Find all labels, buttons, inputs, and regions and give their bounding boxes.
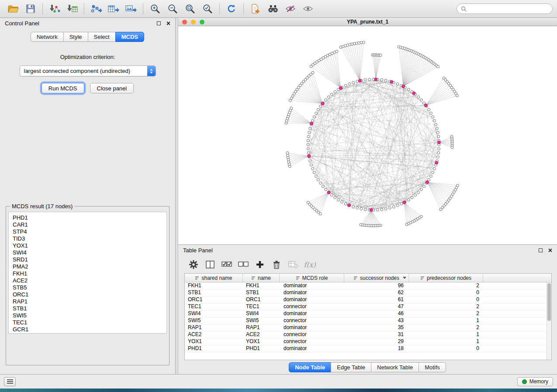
node-table-row[interactable]: SWI5SWI5connector431 xyxy=(185,317,551,324)
mcds-result-item[interactable]: CAR1 xyxy=(13,221,166,228)
tab-network-table[interactable]: Network Table xyxy=(371,362,419,372)
copy-network-button[interactable] xyxy=(247,2,264,16)
add-column-button[interactable] xyxy=(252,258,268,271)
mcds-result-item[interactable]: GCR1 xyxy=(13,326,166,333)
vertical-splitter[interactable] xyxy=(175,18,178,374)
import-table-button[interactable] xyxy=(63,2,81,16)
close-table-panel-icon[interactable]: × xyxy=(548,247,552,254)
zoom-selected-button[interactable] xyxy=(199,2,216,16)
open-session-button[interactable] xyxy=(4,2,22,16)
optimization-select[interactable]: largest connected component (undirected) xyxy=(20,65,156,76)
mcds-result-item[interactable]: TID3 xyxy=(13,235,166,242)
cell-predecessor-nodes: 0 xyxy=(409,296,483,303)
tab-edge-table[interactable]: Edge Table xyxy=(331,362,371,372)
zoom-out-button[interactable] xyxy=(164,2,181,16)
memory-button[interactable]: Memory xyxy=(517,377,553,386)
network-graph[interactable] xyxy=(178,26,557,244)
apply-layout-button[interactable] xyxy=(223,2,240,16)
delete-column-button[interactable] xyxy=(268,258,285,271)
mcds-result-item[interactable]: PHD1 xyxy=(13,214,166,221)
node-table-row[interactable]: ORC1ORC1dominator610 xyxy=(185,296,551,303)
column-header-shared-name[interactable]: shared name xyxy=(185,274,243,282)
mcds-buttons-row: Run MCDS Close panel xyxy=(0,83,175,93)
search-field[interactable] xyxy=(457,3,553,14)
mcds-result-item[interactable]: STB1 xyxy=(13,305,166,312)
zoom-fit-button[interactable] xyxy=(181,2,199,16)
tab-mcds[interactable]: MCDS xyxy=(115,32,144,42)
column-header-successor-nodes[interactable]: successor nodes xyxy=(344,274,409,282)
zoom-in-button[interactable] xyxy=(146,2,164,16)
minimize-traffic-icon[interactable] xyxy=(191,20,196,24)
node-table-row[interactable]: FKH1FKH1dominator962 xyxy=(185,282,551,289)
find-button[interactable] xyxy=(264,2,282,16)
show-columns-button[interactable] xyxy=(202,258,218,271)
cell-shared-name: FKH1 xyxy=(185,282,243,289)
task-history-button[interactable] xyxy=(4,377,16,386)
deselect-all-button[interactable] xyxy=(235,258,252,271)
mcds-result-item[interactable]: SRD1 xyxy=(13,256,166,263)
control-panel: Control Panel × NetworkStyleSelectMCDS O… xyxy=(0,18,175,374)
table-scrollbar[interactable] xyxy=(547,282,551,360)
node-table-row[interactable]: TEC1TEC1connector472 xyxy=(185,303,551,310)
table-header-row: shared name name MCDS role successo xyxy=(185,274,551,282)
cell-predecessor-nodes: 1 xyxy=(409,317,483,324)
close-traffic-icon[interactable] xyxy=(182,20,187,24)
import-network-button[interactable] xyxy=(46,2,63,16)
mcds-result-item[interactable]: STB5 xyxy=(13,284,166,291)
node-table-row[interactable]: SWI4SWI4dominator462 xyxy=(185,310,551,317)
mcds-result-item[interactable]: YOX1 xyxy=(13,242,166,249)
import-network-icon xyxy=(48,4,61,14)
close-panel-icon[interactable]: × xyxy=(166,20,170,27)
mcds-result-item[interactable]: STP4 xyxy=(13,228,166,235)
tab-motifs[interactable]: Motifs xyxy=(419,362,446,372)
run-mcds-button[interactable]: Run MCDS xyxy=(42,83,84,93)
column-header-mcds-role[interactable]: MCDS role xyxy=(280,274,344,282)
search-input[interactable] xyxy=(469,6,548,12)
column-header-predecessor-nodes[interactable]: predecessor nodes xyxy=(409,274,483,282)
show-all-button[interactable] xyxy=(299,2,317,16)
mcds-result-item[interactable]: PMA2 xyxy=(13,263,166,270)
tab-style[interactable]: Style xyxy=(63,32,88,42)
tab-network[interactable]: Network xyxy=(31,32,64,42)
mcds-result-item[interactable]: TEC1 xyxy=(13,319,166,326)
mcds-result-item[interactable]: ACE2 xyxy=(13,277,166,284)
mcds-result-item[interactable]: ORC1 xyxy=(13,291,166,298)
node-table-row[interactable]: YOX1YOX1connector291 xyxy=(185,338,551,345)
zoom-fit-icon xyxy=(185,3,195,14)
export-image-icon xyxy=(125,4,137,14)
tab-node-table[interactable]: Node Table xyxy=(289,362,331,372)
close-panel-button[interactable]: Close panel xyxy=(90,83,134,93)
maximize-traffic-icon[interactable] xyxy=(200,20,204,24)
eye-icon xyxy=(302,4,314,13)
node-table-row[interactable]: RAP1RAP1dominator352 xyxy=(185,324,551,331)
checked-boxes-icon xyxy=(221,260,232,269)
node-table-row[interactable]: ACE2ACE2connector311 xyxy=(185,331,551,338)
export-image-button[interactable] xyxy=(122,2,140,16)
mcds-result-item[interactable]: RAP1 xyxy=(13,298,166,305)
export-network-button[interactable] xyxy=(87,2,105,16)
mcds-result-item[interactable]: SWI5 xyxy=(13,312,166,319)
cell-predecessor-nodes: 1 xyxy=(409,338,483,345)
hide-selected-button[interactable] xyxy=(282,2,299,16)
column-header-name[interactable]: name xyxy=(243,274,280,282)
float-panel-icon[interactable] xyxy=(157,21,161,25)
mcds-result-list[interactable]: PHD1CAR1STP4TID3YOX1SWI4SRD1PMA2FKH1ACE2… xyxy=(8,212,167,334)
mcds-result-item[interactable]: SWI4 xyxy=(13,249,166,256)
eye-slash-icon xyxy=(285,4,296,13)
select-all-button[interactable] xyxy=(218,258,235,271)
network-titlebar[interactable]: YPA_prune.txt_1 xyxy=(178,18,557,26)
network-canvas[interactable] xyxy=(178,26,557,244)
node-table-row[interactable]: PHD1PHD1dominator180 xyxy=(185,345,551,352)
table-settings-button[interactable] xyxy=(185,258,202,271)
float-table-panel-icon[interactable] xyxy=(539,248,543,252)
toolbar-separator xyxy=(42,3,43,14)
export-table-button[interactable] xyxy=(105,2,122,16)
cell-shared-name: ACE2 xyxy=(185,331,243,338)
mcds-result-item[interactable]: FKH1 xyxy=(13,270,166,277)
table-scrollbar-thumb[interactable] xyxy=(547,283,551,321)
hamburger-icon xyxy=(7,379,13,384)
tab-select[interactable]: Select xyxy=(88,32,116,42)
save-session-button[interactable] xyxy=(22,2,39,16)
table-panel: Table Panel × xyxy=(178,245,557,374)
node-table-row[interactable]: STB1STB1dominator620 xyxy=(185,289,551,296)
